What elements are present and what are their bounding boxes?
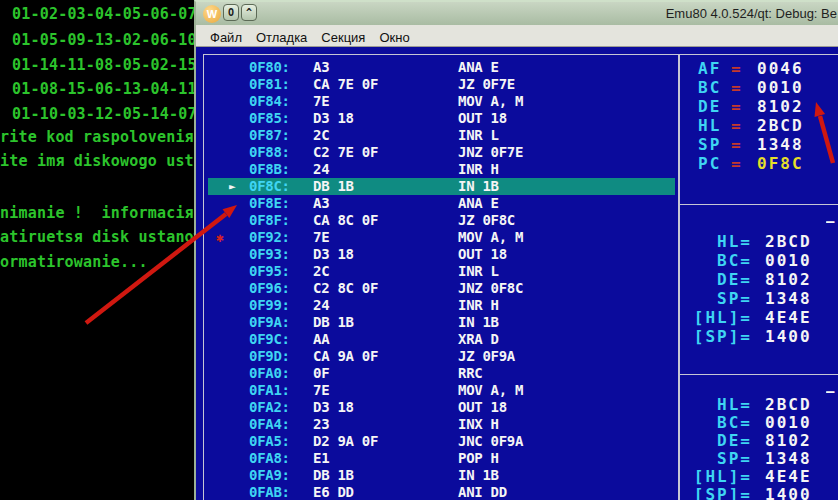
register-value: 8102 bbox=[757, 97, 804, 116]
disasm-row[interactable]: 0FA5:D2 9A 0FJNC 0F9A bbox=[208, 433, 675, 450]
register-row: DE=8102 bbox=[684, 97, 838, 116]
watch-row: HL=2BCD bbox=[680, 232, 838, 251]
disasm-row[interactable]: 0F81:CA 7E 0FJZ 0F7E bbox=[208, 76, 675, 93]
disasm-row[interactable]: ✱0F92:7EMOV A, M bbox=[208, 229, 675, 246]
terminal-line: 01-14-11-08-05-02-15 bbox=[12, 57, 197, 73]
disasm-row[interactable]: 0F84:7EMOV A, M bbox=[208, 93, 675, 110]
disasm-mnemonic: INR H bbox=[458, 161, 499, 178]
terminal-line: 01-08-15-06-13-04-11 bbox=[12, 81, 197, 97]
watch-name: BC= bbox=[680, 251, 752, 270]
disasm-mnemonic: OUT 18 bbox=[458, 110, 507, 127]
terminal-line: rite kod raspoloveniя bbox=[0, 129, 194, 145]
equals-sign: = bbox=[728, 135, 755, 154]
panel-divider bbox=[680, 374, 838, 375]
disasm-bytes: CA 9A 0F bbox=[313, 348, 458, 365]
disasm-row[interactable]: 0F99:24INR H bbox=[208, 297, 675, 314]
disasm-bytes: 24 bbox=[313, 297, 458, 314]
disasm-marker-cell bbox=[208, 212, 249, 229]
disasm-row[interactable]: 0F95:2CINR L bbox=[208, 263, 675, 280]
shade-button[interactable]: ^ bbox=[241, 4, 257, 21]
disasm-mnemonic: MOV A, M bbox=[458, 93, 523, 110]
disasm-row[interactable]: 0F8E:A3ANA E bbox=[208, 195, 675, 212]
disasm-marker-cell bbox=[208, 467, 249, 484]
restore-button[interactable]: O bbox=[223, 4, 239, 21]
breakpoint-icon: ✱ bbox=[216, 229, 224, 246]
disasm-marker-cell bbox=[208, 195, 249, 212]
disasm-address: 0F85: bbox=[249, 110, 313, 127]
menu-item-section[interactable]: Секция bbox=[321, 30, 365, 45]
disasm-mnemonic: IN 1B bbox=[458, 178, 499, 195]
watch-value: 8102 bbox=[765, 432, 812, 450]
disasm-row[interactable]: 0F9D:CA 9A 0FJZ 0F9A bbox=[208, 348, 675, 365]
terminal-line: nimanie ! informaciя bbox=[0, 205, 194, 221]
watch-name: BC= bbox=[680, 414, 752, 432]
disasm-row[interactable]: 0F8F:CA 8C 0FJZ 0F8C bbox=[208, 212, 675, 229]
disasm-mnemonic: JNZ 0F8C bbox=[458, 280, 523, 297]
menu-item-file[interactable]: Файл bbox=[210, 30, 242, 45]
disasm-mnemonic: IN 1B bbox=[458, 314, 499, 331]
register-row: SP=1348 bbox=[684, 135, 838, 154]
disasm-row[interactable]: 0F80:A3ANA E bbox=[208, 59, 675, 76]
disasm-row[interactable]: 0F9A:DB 1BIN 1B bbox=[208, 314, 675, 331]
disasm-row[interactable]: ►0F8C:DB 1BIN 1B bbox=[208, 178, 675, 195]
disasm-marker-cell bbox=[208, 127, 249, 144]
menu-item-debug[interactable]: Отладка bbox=[256, 30, 307, 45]
disasm-address: 0F84: bbox=[249, 93, 313, 110]
disasm-mnemonic: INX H bbox=[458, 416, 499, 433]
disasm-bytes: DB 1B bbox=[313, 178, 458, 195]
disasm-row[interactable]: 0FA9:DB 1BIN 1B bbox=[208, 467, 675, 484]
terminal-line: 01-10-03-12-05-14-07 bbox=[12, 106, 197, 122]
disasm-address: 0FA4: bbox=[249, 416, 313, 433]
terminal-line: ormatirowanie... bbox=[0, 254, 148, 270]
disasm-row[interactable]: 0FA2:D3 18OUT 18 bbox=[208, 399, 675, 416]
watch-row: SP=1348 bbox=[680, 289, 838, 308]
disasm-row[interactable]: 0F8B:24INR H bbox=[208, 161, 675, 178]
watch-name: HL= bbox=[680, 232, 752, 251]
disasm-bytes: E6 DD bbox=[313, 484, 458, 500]
register-name: AF bbox=[698, 59, 728, 78]
disasm-row[interactable]: 0F88:C2 7E 0FJNZ 0F7E bbox=[208, 144, 675, 161]
watch-row: [HL]=4E4E bbox=[680, 468, 838, 486]
disasm-address: 0F9C: bbox=[249, 331, 313, 348]
watch-row: BC=0010 bbox=[680, 414, 838, 432]
disasm-row[interactable]: 0FA1:7EMOV A, M bbox=[208, 382, 675, 399]
window-titlebar[interactable]: W O ^ Emu80 4.0.524/qt: Debug: Be bbox=[196, 2, 838, 25]
disasm-marker-cell bbox=[208, 59, 249, 76]
watch-value: 1400 bbox=[765, 327, 812, 346]
terminal-line: atiruetsя disk ustanow bbox=[0, 229, 203, 245]
disasm-address: 0FAB: bbox=[249, 484, 313, 500]
disasm-row[interactable]: 0F9C:AAXRA D bbox=[208, 331, 675, 348]
disasm-mnemonic: IN 1B bbox=[458, 467, 499, 484]
panel-divider bbox=[203, 54, 204, 500]
disasm-marker-cell bbox=[208, 399, 249, 416]
disasm-mnemonic: JZ 0F7E bbox=[458, 76, 515, 93]
watch-name: DE= bbox=[680, 270, 752, 289]
disasm-mnemonic: INR H bbox=[458, 297, 499, 314]
watch-row: BC=0010 bbox=[680, 251, 838, 270]
disasm-row[interactable]: 0FA8:E1POP H bbox=[208, 450, 675, 467]
disasm-bytes: 2C bbox=[313, 263, 458, 280]
disasm-bytes: A3 bbox=[313, 195, 458, 212]
disasm-marker-cell bbox=[208, 280, 249, 297]
disasm-row[interactable]: 0F87:2CINR L bbox=[208, 127, 675, 144]
disasm-row[interactable]: 0FA4:23INX H bbox=[208, 416, 675, 433]
disasm-mnemonic: XRA D bbox=[458, 331, 499, 348]
disasm-marker-cell bbox=[208, 433, 249, 450]
disasm-marker-cell: ► bbox=[208, 178, 249, 195]
disasm-row[interactable]: 0FA0:0FRRC bbox=[208, 365, 675, 382]
disasm-bytes: C2 7E 0F bbox=[313, 144, 458, 161]
disasm-row[interactable]: 0FAB:E6 DDANI DD bbox=[208, 484, 675, 500]
disasm-row[interactable]: 0F85:D3 18OUT 18 bbox=[208, 110, 675, 127]
disasm-mnemonic: MOV A, M bbox=[458, 229, 523, 246]
watch-panel-2: HL=2BCDBC=0010DE=8102SP=1348[HL]=4E4E[SP… bbox=[680, 396, 838, 500]
menu-item-window[interactable]: Окно bbox=[379, 30, 409, 45]
disasm-marker-cell bbox=[208, 365, 249, 382]
disasm-mnemonic: ANI DD bbox=[458, 484, 507, 500]
disasm-row[interactable]: 0F96:C2 8C 0FJNZ 0F8C bbox=[208, 280, 675, 297]
disasm-address: 0FA0: bbox=[249, 365, 313, 382]
register-name: PC bbox=[698, 154, 728, 173]
app-icon[interactable]: W bbox=[203, 5, 221, 23]
debugger-window: W O ^ Emu80 4.0.524/qt: Debug: Be ФайлОт… bbox=[194, 0, 838, 500]
disasm-row[interactable]: 0F93:D3 18OUT 18 bbox=[208, 246, 675, 263]
register-name: DE bbox=[698, 97, 728, 116]
